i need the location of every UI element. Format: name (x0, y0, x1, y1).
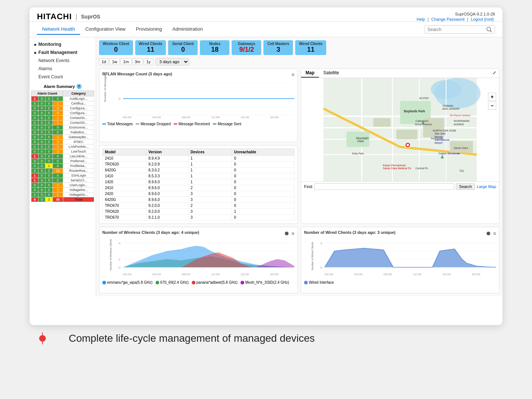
svg-text:20:00: 20:00 (270, 116, 279, 119)
table-row[interactable]: 6420G8.3.0.210 (103, 167, 294, 173)
time-btn-1d[interactable]: 1d (99, 58, 109, 65)
svg-text:0: 0 (119, 266, 120, 269)
version-label: SuprOSQA-9.2.1.0-28 (415, 12, 495, 16)
monitoring-icon: ■ (34, 42, 36, 47)
svg-text:Santa Clara: Santa Clara (454, 146, 468, 150)
nav-item-network-health[interactable]: Network Health (37, 24, 80, 35)
badge-serial-client[interactable]: Serial Client 0 (168, 40, 198, 55)
dashboard-grid: RFLAN Message Count (3 days ago) ≡ Numbe… (99, 68, 499, 293)
wireless-menu-icon[interactable]: ≡ (291, 231, 294, 236)
rflan-y-axis: Number of Messages (103, 97, 107, 102)
map-tab-satellite[interactable]: Satellite (319, 69, 344, 78)
nav-item-administration[interactable]: Administration (167, 24, 208, 35)
wired-title: Number of Wired Clients (3 days ago: 3 u… (304, 230, 395, 235)
alarm-table-row: 00029RouterRea... (31, 168, 94, 173)
table-row[interactable]: 24208.9.6.030 (103, 191, 294, 197)
wired-dot-btn[interactable] (487, 232, 490, 235)
nav-item-provisioning[interactable]: Provisioning (131, 24, 167, 35)
sidebar: ■ Monitoring ■ Fault Management Network … (30, 37, 96, 296)
svg-text:08:00: 08:00 (182, 116, 190, 119)
help-link[interactable]: Help (417, 17, 425, 21)
map-search-bar: Find: Search Large Map (301, 181, 499, 191)
map-tab-map[interactable]: Map (301, 69, 319, 78)
map-large-map-link[interactable]: Large Map (477, 184, 496, 189)
table-row[interactable]: 24108.9.6.020 (103, 185, 294, 191)
map-search-btn[interactable]: Search (456, 183, 475, 190)
alarm-table-row: 1000AuditLogA... (31, 96, 94, 101)
badge-wired-clients[interactable]: Wired Clients 11 (135, 40, 166, 55)
alarm-table-row: 0001UserLogin... (31, 183, 94, 188)
time-btn-1m[interactable]: 1m (120, 58, 131, 65)
sidebar-item-alarms[interactable]: Alarms (30, 65, 96, 73)
header-right: SuprOSQA-9.2.1.0-28 Help | Change Passwo… (415, 12, 495, 21)
wireless-dot-btn[interactable] (285, 232, 289, 235)
table-row[interactable]: 24108.9.4.910 (103, 156, 294, 161)
map-zoom-out-btn[interactable]: − (488, 102, 496, 110)
table-row[interactable]: 6420G8.9.6.030 (103, 197, 294, 203)
table-row[interactable]: 14208.9.6.010 (103, 179, 294, 185)
wireless-chart-container: Number of Wireless Clients 0 2 4 00:00 (102, 237, 294, 279)
svg-text:00:00: 00:00 (123, 273, 132, 276)
alarm-table-row: 1000LteLinkHe... (31, 154, 94, 159)
badge-wireless-client[interactable]: Wireless Client 0 (99, 40, 133, 55)
legend-dot-dropped (136, 123, 139, 125)
badge-gateways[interactable]: Gateways 9/1/2 (232, 40, 261, 55)
alarm-table-row: 0010ProfileMa... (31, 164, 94, 168)
legend-dot-total (102, 123, 106, 125)
alarm-summary-info-icon[interactable]: ? (76, 84, 82, 89)
rflan-menu-icon[interactable]: ≡ (291, 72, 294, 78)
rflan-title: RFLAN Message Count (3 days ago) (102, 72, 172, 76)
wired-menu-icon[interactable]: ≡ (493, 231, 496, 236)
logout-link[interactable]: Logout [root] (471, 17, 494, 21)
badge-nodes[interactable]: Nodes 18 (200, 40, 229, 55)
badge-cell-masters[interactable]: Cell Masters 3 (263, 40, 293, 55)
sidebar-item-fault-management[interactable]: ■ Fault Management (30, 48, 96, 57)
time-btn-1y[interactable]: 1y (144, 58, 153, 65)
table-row[interactable]: 14108.5.3.310 (103, 173, 294, 179)
badge-wired-clients-2[interactable]: Wired Clients 11 (295, 40, 326, 55)
map-expand-icon[interactable]: ⤢ (490, 69, 499, 78)
rflan-panel: RFLAN Message Count (3 days ago) ≡ Numbe… (99, 68, 298, 142)
time-btn-3m[interactable]: 3m (132, 58, 143, 65)
time-btn-1w[interactable]: 1w (109, 58, 120, 65)
sidebar-item-monitoring[interactable]: ■ Monitoring (30, 40, 96, 48)
sidebar-item-event-count[interactable]: Event Count (30, 73, 96, 81)
annotation-text: Complete life-cycle management of manage… (69, 332, 315, 344)
legend-wired-interface: Wired Interface (304, 280, 334, 284)
svg-text:Sa: Sa (460, 169, 464, 173)
content-area: ■ Monitoring ■ Fault Management Network … (30, 37, 502, 296)
alarm-table-row: 0001ContactSt... (31, 120, 94, 125)
svg-text:20:00: 20:00 (472, 273, 480, 276)
map-display[interactable]: Baylands Park Sunnyvale Santa Clara ALVI… (301, 78, 499, 181)
alarm-table-row: 0001Certifica... (31, 101, 94, 106)
legend-message-dropped: Message Dropped (136, 122, 171, 126)
legend-dot-emmanu (102, 281, 106, 284)
legend-670: 670_69(2.4 GHz) (156, 280, 189, 284)
table-row[interactable]: TRO6209.2.0.031 (103, 209, 294, 215)
alarm-table-row: 0000FailedIns... (31, 130, 94, 135)
map-find-input[interactable] (314, 183, 454, 190)
sidebar-fault-label: Fault Management (38, 50, 77, 55)
time-selector: 1d 1w 1m 3m 1y 3 days ago 1 day ago 1 we… (99, 58, 499, 65)
category-header: Category (63, 91, 94, 96)
map-controls: + − (488, 93, 496, 110)
wired-panel-controls: ≡ (487, 231, 496, 236)
alarm-table-row: 0002LowTouch (31, 149, 94, 154)
search-input[interactable] (427, 27, 487, 32)
legend-emmanu: emmanu*gw_wpa(5.8 GHz) (102, 280, 153, 284)
table-row[interactable]: TRO6209.2.0.910 (103, 161, 294, 167)
nav-item-configuration-view[interactable]: Configuration View (80, 24, 131, 35)
svg-text:16:00: 16:00 (442, 273, 451, 276)
alarm-table-row: 0000Environme... (31, 125, 94, 130)
time-dropdown[interactable]: 3 days ago 1 day ago 1 week ago (156, 58, 189, 65)
search-icon (487, 27, 492, 32)
svg-rect-28 (396, 130, 417, 139)
table-row[interactable]: TRO6709.2.1.030 (103, 215, 294, 221)
sidebar-item-network-events[interactable]: Network Events (30, 57, 96, 65)
table-row[interactable]: TRO6709.2.0.020 (103, 203, 294, 209)
logo-supros: SuprOS (81, 14, 100, 20)
map-zoom-in-btn[interactable]: + (488, 93, 496, 101)
svg-text:Santa Clara Medical Ctr: Santa Clara Medical Ctr (383, 167, 412, 170)
alarm-table-row: 0002LANPortMo... (31, 144, 94, 149)
change-password-link[interactable]: Change Password (431, 17, 464, 21)
